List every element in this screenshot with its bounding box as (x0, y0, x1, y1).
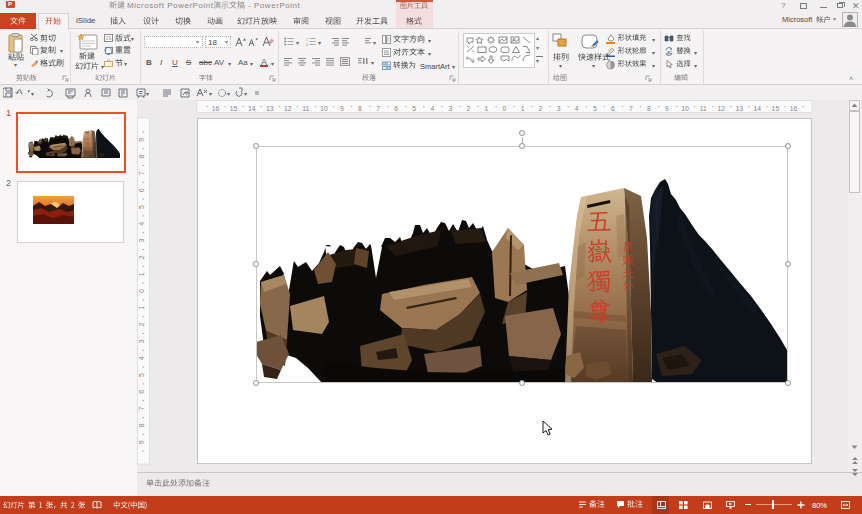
svg-text:0: 0 (503, 105, 507, 112)
svg-text:6: 6 (138, 390, 145, 394)
svg-text:▾: ▾ (31, 91, 34, 97)
svg-text:5: 5 (138, 205, 145, 209)
svg-text:8: 8 (138, 155, 145, 159)
svg-text:4: 4 (138, 356, 145, 360)
svg-text:3: 3 (557, 105, 561, 112)
svg-text:14: 14 (248, 105, 256, 112)
svg-text:7: 7 (138, 407, 145, 411)
svg-text:11: 11 (700, 105, 707, 112)
svg-text:15: 15 (230, 105, 238, 112)
svg-text:4: 4 (430, 105, 434, 112)
svg-text:2: 2 (306, 43, 308, 46)
svg-text:1: 1 (138, 306, 145, 310)
svg-text:1: 1 (306, 38, 308, 42)
svg-text:6: 6 (138, 188, 145, 192)
svg-text:13: 13 (736, 105, 744, 112)
svg-text:14: 14 (754, 105, 762, 112)
svg-text:1: 1 (521, 105, 525, 112)
svg-text:9: 9 (138, 138, 145, 142)
svg-text:7: 7 (138, 171, 145, 175)
svg-text:12: 12 (717, 105, 725, 112)
svg-text:ac: ac (667, 50, 673, 55)
svg-text:11: 11 (302, 105, 309, 112)
svg-text:8: 8 (647, 105, 651, 112)
svg-text:16: 16 (212, 105, 220, 112)
svg-text:8: 8 (138, 423, 145, 427)
svg-text:13: 13 (266, 105, 274, 112)
svg-text:7: 7 (376, 105, 380, 112)
svg-text:3: 3 (138, 239, 145, 243)
svg-text:3: 3 (448, 105, 452, 112)
svg-text:6: 6 (394, 105, 398, 112)
svg-text:10: 10 (320, 105, 328, 112)
svg-text:15: 15 (772, 105, 780, 112)
svg-text:4: 4 (138, 222, 145, 226)
svg-text:2: 2 (539, 105, 543, 112)
svg-text:9: 9 (340, 105, 344, 112)
svg-text:2: 2 (138, 255, 145, 259)
svg-text:16: 16 (790, 105, 798, 112)
svg-text:7: 7 (629, 105, 633, 112)
svg-text:▾: ▾ (244, 91, 247, 97)
svg-text:8: 8 (358, 105, 362, 112)
svg-text:9: 9 (138, 440, 145, 444)
svg-text:4: 4 (575, 105, 579, 112)
svg-text:▾: ▾ (209, 91, 212, 97)
svg-text:2: 2 (467, 105, 471, 112)
svg-text:12: 12 (284, 105, 292, 112)
svg-text:▾: ▾ (146, 91, 149, 97)
svg-text:2: 2 (138, 323, 145, 327)
svg-text:10: 10 (681, 105, 689, 112)
svg-text:3: 3 (138, 339, 145, 343)
svg-text:▾: ▾ (227, 91, 230, 97)
svg-text:0: 0 (138, 289, 145, 293)
svg-text:5: 5 (138, 373, 145, 377)
svg-text:5: 5 (593, 105, 597, 112)
svg-text:1: 1 (138, 272, 145, 276)
svg-text:5: 5 (412, 105, 416, 112)
svg-text:6: 6 (611, 105, 615, 112)
svg-text:1: 1 (485, 105, 489, 112)
svg-text:9: 9 (665, 105, 669, 112)
